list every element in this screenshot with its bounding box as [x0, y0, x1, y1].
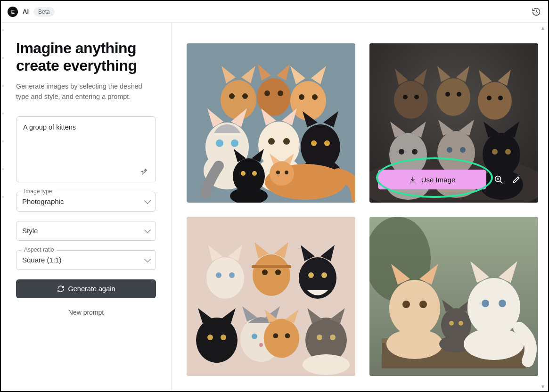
magic-wand-icon[interactable]	[140, 168, 150, 177]
svg-point-137	[459, 321, 463, 326]
svg-point-112	[264, 319, 300, 358]
svg-point-109	[252, 334, 257, 339]
generate-again-label: Generate again	[68, 285, 115, 293]
editor-gutter	[2, 24, 5, 389]
controls-panel: Imagine anything create everything Gener…	[1, 23, 172, 392]
svg-point-142	[482, 300, 489, 307]
result-tile-2[interactable]: Use Image	[369, 43, 538, 203]
prompt-input[interactable]: A group of kittens	[16, 116, 156, 182]
svg-point-10	[278, 90, 283, 96]
generate-again-button[interactable]: Generate again	[16, 279, 156, 298]
new-prompt-link[interactable]: New prompt	[16, 309, 156, 316]
page-subtitle: Generate images by selecting the desired…	[16, 81, 148, 102]
svg-point-90	[229, 272, 235, 278]
svg-point-95	[275, 270, 281, 275]
chevron-down-icon	[144, 226, 151, 233]
history-icon[interactable]	[531, 7, 541, 17]
svg-point-44	[276, 171, 280, 174]
svg-point-11	[290, 81, 326, 121]
svg-point-86	[206, 257, 244, 299]
result-tile-4[interactable]	[369, 217, 538, 376]
zoom-icon[interactable]	[493, 174, 504, 185]
svg-point-31	[311, 140, 317, 146]
ai-label: AI	[23, 8, 29, 15]
beta-badge: Beta	[33, 7, 55, 16]
svg-point-32	[324, 140, 330, 146]
svg-point-45	[285, 171, 288, 174]
svg-point-132	[386, 329, 443, 359]
svg-point-99	[308, 272, 314, 278]
result-tile-3[interactable]	[187, 217, 355, 376]
svg-line-82	[500, 181, 502, 183]
svg-point-37	[241, 171, 246, 176]
svg-point-38	[252, 171, 257, 176]
chevron-down-icon	[144, 255, 151, 262]
topbar: E AI Beta	[1, 1, 548, 23]
prompt-text: A group of kittens	[23, 123, 149, 131]
style-select[interactable]: Style	[16, 221, 156, 241]
svg-point-115	[273, 333, 278, 338]
svg-point-25	[268, 138, 275, 145]
svg-point-26	[283, 138, 290, 145]
svg-point-100	[321, 272, 327, 278]
svg-point-105	[221, 335, 226, 340]
svg-point-122	[303, 354, 350, 375]
svg-point-144	[464, 328, 524, 360]
svg-point-111	[259, 343, 263, 347]
svg-point-89	[216, 272, 221, 278]
svg-point-101	[196, 318, 238, 363]
aspect-ratio-value: Square (1:1)	[22, 256, 61, 264]
svg-point-1	[221, 80, 256, 120]
svg-point-9	[264, 90, 270, 96]
aspect-ratio-select[interactable]: Aspect ratio Square (1:1)	[16, 250, 156, 270]
use-image-button[interactable]: Use Image	[378, 170, 486, 189]
svg-point-116	[285, 333, 290, 338]
chevron-down-icon	[144, 197, 151, 204]
edit-icon[interactable]	[511, 174, 522, 185]
svg-point-94	[262, 270, 268, 275]
image-type-label: Image type	[21, 188, 55, 195]
svg-point-15	[312, 94, 318, 100]
page-title: Imagine anything create everything	[16, 40, 156, 74]
result-tile-1[interactable]	[187, 43, 355, 203]
svg-point-21	[231, 139, 238, 147]
svg-point-41	[270, 161, 294, 186]
download-icon	[409, 176, 417, 183]
elementor-logo: E	[8, 7, 18, 17]
aspect-ratio-label: Aspect ratio	[21, 246, 57, 253]
svg-point-104	[207, 335, 213, 340]
svg-point-91	[253, 254, 290, 296]
svg-point-5	[242, 93, 248, 99]
svg-point-139	[467, 278, 520, 336]
svg-point-4	[229, 93, 235, 99]
svg-point-20	[216, 139, 223, 147]
svg-point-127	[389, 280, 440, 336]
svg-point-136	[449, 321, 454, 326]
svg-point-131	[419, 301, 427, 308]
image-type-select[interactable]: Image type Photographic	[16, 192, 156, 212]
svg-point-14	[299, 94, 304, 100]
image-type-value: Photographic	[22, 197, 64, 205]
svg-point-121	[330, 335, 336, 340]
style-value: Style	[22, 227, 38, 235]
svg-point-143	[499, 300, 506, 307]
svg-point-120	[317, 335, 322, 340]
use-image-label: Use Image	[421, 176, 456, 184]
results-area: ▲ ▼	[172, 23, 548, 392]
svg-point-130	[402, 301, 410, 308]
